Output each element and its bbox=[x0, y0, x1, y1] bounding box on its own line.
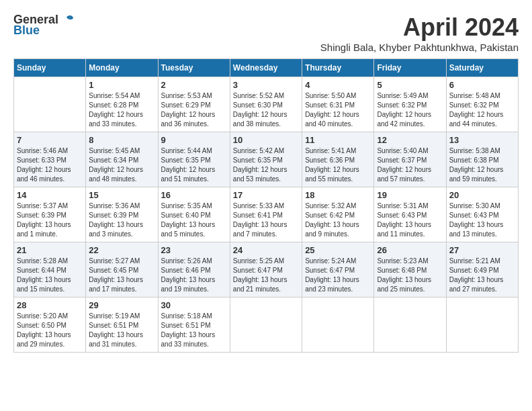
day-number: 18 bbox=[305, 190, 371, 200]
day-number: 16 bbox=[161, 190, 227, 200]
day-number: 20 bbox=[449, 190, 515, 200]
cell-info: Sunrise: 5:40 AMSunset: 6:37 PMDaylight:… bbox=[377, 146, 443, 184]
calendar-cell: 6 Sunrise: 5:48 AMSunset: 6:32 PMDayligh… bbox=[446, 77, 518, 132]
day-number: 23 bbox=[161, 245, 227, 255]
cell-info: Sunrise: 5:27 AMSunset: 6:45 PMDaylight:… bbox=[89, 257, 154, 294]
cell-info: Sunrise: 5:30 AMSunset: 6:43 PMDaylight:… bbox=[449, 201, 515, 239]
cell-info: Sunrise: 5:44 AMSunset: 6:35 PMDaylight:… bbox=[161, 146, 227, 184]
calendar-cell bbox=[14, 77, 86, 132]
calendar-cell: 28 Sunrise: 5:20 AMSunset: 6:50 PMDaylig… bbox=[14, 298, 86, 353]
day-number: 5 bbox=[377, 80, 443, 90]
calendar-cell: 10 Sunrise: 5:42 AMSunset: 6:35 PMDaylig… bbox=[230, 132, 302, 187]
cell-info: Sunrise: 5:25 AMSunset: 6:47 PMDaylight:… bbox=[233, 257, 299, 294]
day-number: 7 bbox=[17, 135, 83, 145]
calendar-cell: 30 Sunrise: 5:18 AMSunset: 6:51 PMDaylig… bbox=[158, 298, 230, 353]
cell-info: Sunrise: 5:38 AMSunset: 6:38 PMDaylight:… bbox=[449, 146, 515, 184]
calendar-cell: 18 Sunrise: 5:32 AMSunset: 6:42 PMDaylig… bbox=[302, 187, 374, 242]
cell-info: Sunrise: 5:52 AMSunset: 6:30 PMDaylight:… bbox=[233, 91, 299, 129]
month-title: April 2024 bbox=[320, 13, 519, 42]
cell-info: Sunrise: 5:31 AMSunset: 6:43 PMDaylight:… bbox=[377, 201, 443, 239]
title-section: April 2024 Shingli Bala, Khyber Pakhtunk… bbox=[320, 13, 519, 53]
calendar-week-row: 14 Sunrise: 5:37 AMSunset: 6:39 PMDaylig… bbox=[14, 187, 519, 242]
cell-info: Sunrise: 5:28 AMSunset: 6:44 PMDaylight:… bbox=[17, 257, 83, 294]
day-number: 3 bbox=[233, 80, 299, 90]
day-number: 17 bbox=[233, 190, 299, 200]
day-number: 11 bbox=[305, 135, 371, 145]
cell-info: Sunrise: 5:53 AMSunset: 6:29 PMDaylight:… bbox=[161, 91, 227, 129]
calendar-cell: 7 Sunrise: 5:46 AMSunset: 6:33 PMDayligh… bbox=[14, 132, 86, 187]
calendar-cell: 27 Sunrise: 5:21 AMSunset: 6:49 PMDaylig… bbox=[446, 242, 518, 298]
calendar-week-row: 21 Sunrise: 5:28 AMSunset: 6:44 PMDaylig… bbox=[14, 242, 519, 298]
weekday-header-monday: Monday bbox=[86, 59, 158, 77]
calendar-table: SundayMondayTuesdayWednesdayThursdayFrid… bbox=[13, 58, 519, 353]
day-number: 9 bbox=[161, 135, 227, 145]
day-number: 21 bbox=[17, 245, 83, 255]
calendar-cell: 20 Sunrise: 5:30 AMSunset: 6:43 PMDaylig… bbox=[446, 187, 518, 242]
day-number: 28 bbox=[17, 300, 83, 310]
location-title: Shingli Bala, Khyber Pakhtunkhwa, Pakist… bbox=[320, 42, 519, 53]
day-number: 1 bbox=[89, 80, 154, 90]
day-number: 25 bbox=[305, 245, 371, 255]
page-header: General Blue April 2024 Shingli Bala, Kh… bbox=[13, 13, 519, 53]
logo: General Blue bbox=[13, 13, 75, 38]
cell-info: Sunrise: 5:37 AMSunset: 6:39 PMDaylight:… bbox=[17, 201, 83, 239]
calendar-cell: 3 Sunrise: 5:52 AMSunset: 6:30 PMDayligh… bbox=[230, 77, 302, 132]
calendar-week-row: 1 Sunrise: 5:54 AMSunset: 6:28 PMDayligh… bbox=[14, 77, 519, 132]
calendar-cell: 25 Sunrise: 5:24 AMSunset: 6:47 PMDaylig… bbox=[302, 242, 374, 298]
cell-info: Sunrise: 5:26 AMSunset: 6:46 PMDaylight:… bbox=[161, 257, 227, 294]
calendar-cell: 4 Sunrise: 5:50 AMSunset: 6:31 PMDayligh… bbox=[302, 77, 374, 132]
day-number: 6 bbox=[449, 80, 515, 90]
calendar-cell: 16 Sunrise: 5:35 AMSunset: 6:40 PMDaylig… bbox=[158, 187, 230, 242]
day-number: 14 bbox=[17, 190, 83, 200]
calendar-cell: 15 Sunrise: 5:36 AMSunset: 6:39 PMDaylig… bbox=[86, 187, 158, 242]
cell-info: Sunrise: 5:50 AMSunset: 6:31 PMDaylight:… bbox=[305, 91, 371, 129]
calendar-week-row: 28 Sunrise: 5:20 AMSunset: 6:50 PMDaylig… bbox=[14, 298, 519, 353]
day-number: 26 bbox=[377, 245, 443, 255]
day-number: 13 bbox=[449, 135, 515, 145]
cell-info: Sunrise: 5:19 AMSunset: 6:51 PMDaylight:… bbox=[89, 312, 154, 349]
cell-info: Sunrise: 5:32 AMSunset: 6:42 PMDaylight:… bbox=[305, 201, 371, 239]
calendar-cell bbox=[446, 298, 518, 353]
cell-info: Sunrise: 5:23 AMSunset: 6:48 PMDaylight:… bbox=[377, 257, 443, 294]
calendar-cell: 29 Sunrise: 5:19 AMSunset: 6:51 PMDaylig… bbox=[86, 298, 158, 353]
calendar-cell: 5 Sunrise: 5:49 AMSunset: 6:32 PMDayligh… bbox=[374, 77, 446, 132]
weekday-header-wednesday: Wednesday bbox=[230, 59, 302, 77]
day-number: 27 bbox=[449, 245, 515, 255]
day-number: 30 bbox=[161, 300, 227, 310]
cell-info: Sunrise: 5:35 AMSunset: 6:40 PMDaylight:… bbox=[161, 201, 227, 239]
day-number: 4 bbox=[305, 80, 371, 90]
day-number: 24 bbox=[233, 245, 299, 255]
calendar-cell: 21 Sunrise: 5:28 AMSunset: 6:44 PMDaylig… bbox=[14, 242, 86, 298]
cell-info: Sunrise: 5:42 AMSunset: 6:35 PMDaylight:… bbox=[233, 146, 299, 184]
weekday-header-tuesday: Tuesday bbox=[158, 59, 230, 77]
calendar-cell: 17 Sunrise: 5:33 AMSunset: 6:41 PMDaylig… bbox=[230, 187, 302, 242]
cell-info: Sunrise: 5:54 AMSunset: 6:28 PMDaylight:… bbox=[89, 91, 154, 129]
cell-info: Sunrise: 5:46 AMSunset: 6:33 PMDaylight:… bbox=[17, 146, 83, 184]
day-number: 29 bbox=[89, 300, 154, 310]
day-number: 22 bbox=[89, 245, 154, 255]
cell-info: Sunrise: 5:18 AMSunset: 6:51 PMDaylight:… bbox=[161, 312, 227, 349]
cell-info: Sunrise: 5:36 AMSunset: 6:39 PMDaylight:… bbox=[89, 201, 154, 239]
cell-info: Sunrise: 5:24 AMSunset: 6:47 PMDaylight:… bbox=[305, 257, 371, 294]
calendar-cell: 24 Sunrise: 5:25 AMSunset: 6:47 PMDaylig… bbox=[230, 242, 302, 298]
calendar-cell: 26 Sunrise: 5:23 AMSunset: 6:48 PMDaylig… bbox=[374, 242, 446, 298]
day-number: 12 bbox=[377, 135, 443, 145]
day-number: 2 bbox=[161, 80, 227, 90]
day-number: 10 bbox=[233, 135, 299, 145]
calendar-cell: 23 Sunrise: 5:26 AMSunset: 6:46 PMDaylig… bbox=[158, 242, 230, 298]
cell-info: Sunrise: 5:41 AMSunset: 6:36 PMDaylight:… bbox=[305, 146, 371, 184]
calendar-cell: 8 Sunrise: 5:45 AMSunset: 6:34 PMDayligh… bbox=[86, 132, 158, 187]
cell-info: Sunrise: 5:21 AMSunset: 6:49 PMDaylight:… bbox=[449, 257, 515, 294]
calendar-week-row: 7 Sunrise: 5:46 AMSunset: 6:33 PMDayligh… bbox=[14, 132, 519, 187]
cell-info: Sunrise: 5:45 AMSunset: 6:34 PMDaylight:… bbox=[89, 146, 154, 184]
day-number: 19 bbox=[377, 190, 443, 200]
calendar-cell: 13 Sunrise: 5:38 AMSunset: 6:38 PMDaylig… bbox=[446, 132, 518, 187]
calendar-cell bbox=[302, 298, 374, 353]
calendar-cell: 22 Sunrise: 5:27 AMSunset: 6:45 PMDaylig… bbox=[86, 242, 158, 298]
calendar-cell bbox=[374, 298, 446, 353]
calendar-cell: 11 Sunrise: 5:41 AMSunset: 6:36 PMDaylig… bbox=[302, 132, 374, 187]
day-number: 8 bbox=[89, 135, 154, 145]
calendar-cell: 2 Sunrise: 5:53 AMSunset: 6:29 PMDayligh… bbox=[158, 77, 230, 132]
logo-blue-text: Blue bbox=[13, 24, 75, 38]
calendar-cell: 19 Sunrise: 5:31 AMSunset: 6:43 PMDaylig… bbox=[374, 187, 446, 242]
